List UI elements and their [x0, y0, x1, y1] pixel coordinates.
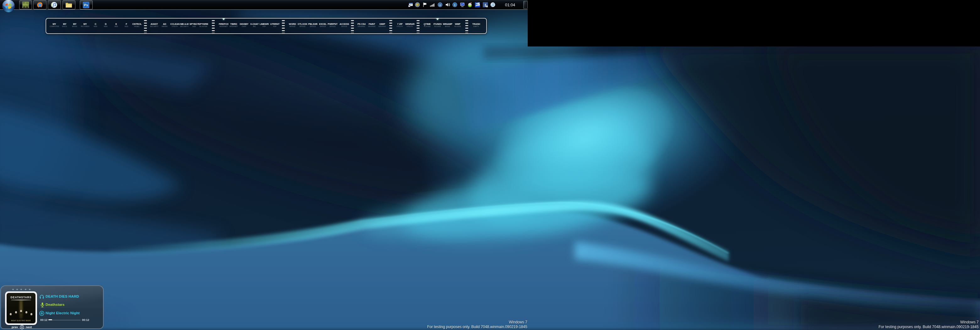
svg-text:2: 2: [487, 5, 487, 7]
svg-text:i: i: [454, 3, 455, 6]
svg-text:a: a: [439, 3, 441, 6]
svg-text:Ps: Ps: [84, 3, 88, 7]
